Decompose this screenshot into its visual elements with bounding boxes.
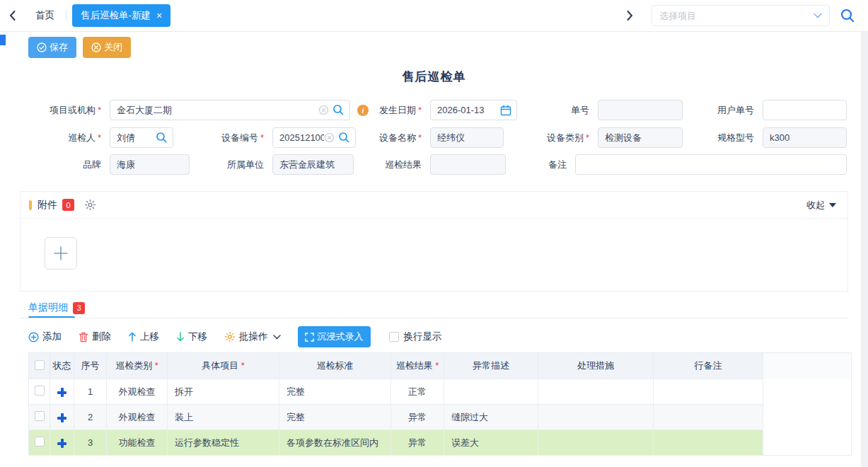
clear-icon[interactable] [324, 132, 335, 143]
date-input[interactable] [437, 105, 497, 115]
save-button[interactable]: 保存 [28, 37, 76, 58]
row-checkbox[interactable] [35, 411, 45, 421]
spec-model-label: 规格型号 [693, 132, 763, 144]
global-search-icon[interactable] [840, 8, 855, 23]
cell-standard[interactable]: 各项参数在标准区间内 [279, 430, 391, 456]
chevron-down-icon[interactable] [814, 13, 822, 18]
vertical-scrollbar[interactable] [861, 32, 868, 467]
search-icon[interactable] [332, 104, 345, 116]
project-select[interactable] [652, 5, 830, 26]
cell-result[interactable]: 正常 [391, 379, 444, 405]
cell-category[interactable]: 功能检查 [107, 430, 168, 456]
project-select-input[interactable] [659, 11, 814, 21]
cell-note[interactable] [654, 379, 763, 405]
cell-item[interactable]: 运行参数稳定性 [168, 430, 279, 456]
row-status-plus-icon[interactable] [57, 388, 66, 397]
tabs-back-icon[interactable] [0, 11, 24, 21]
project-input[interactable] [117, 105, 313, 115]
collapse-toggle[interactable]: 收起 [806, 199, 836, 212]
cell-abnormal[interactable] [444, 379, 538, 405]
clear-icon[interactable] [318, 105, 329, 115]
tab-detail-lines[interactable]: 单据明细 3 [28, 301, 85, 314]
device-name-input [437, 132, 497, 143]
inspector-field[interactable] [110, 127, 173, 148]
col-result: 巡检结果 [391, 353, 444, 379]
batch-actions-button[interactable]: 批操作 [224, 330, 281, 343]
plus-icon [53, 246, 69, 261]
inspect-result-input [437, 159, 499, 170]
search-icon[interactable] [156, 132, 168, 144]
row-status-plus-icon[interactable] [57, 413, 66, 422]
upload-attachment-button[interactable] [45, 237, 77, 270]
tabs-forward-icon[interactable] [618, 11, 642, 21]
owner-unit-input [279, 159, 347, 170]
move-up-button[interactable]: 上移 [128, 330, 159, 343]
user-order-no-label: 用户单号 [693, 104, 763, 117]
inspector-input[interactable] [117, 132, 154, 143]
date-field[interactable] [430, 100, 517, 120]
move-down-label: 下移 [188, 330, 207, 343]
chevron-down-icon [273, 335, 281, 340]
delete-row-button[interactable]: 删除 [79, 330, 111, 343]
owner-unit-field [272, 154, 354, 175]
search-icon[interactable] [338, 132, 350, 144]
cell-seq: 1 [74, 379, 107, 405]
cell-result[interactable]: 异常 [391, 430, 444, 456]
remark-label: 备注 [523, 158, 575, 171]
detail-count-badge: 3 [73, 302, 85, 314]
select-all-cell [29, 353, 50, 379]
wrap-checkbox[interactable] [389, 332, 399, 342]
user-order-no-field[interactable] [763, 100, 847, 120]
cell-item[interactable]: 拆开 [168, 379, 279, 405]
cell-standard[interactable]: 完整 [279, 379, 391, 405]
device-type-field [598, 127, 683, 148]
cell-note[interactable] [654, 430, 763, 456]
cell-abnormal[interactable]: 误差大 [444, 430, 538, 456]
close-button[interactable]: 关闭 [83, 37, 131, 58]
col-note: 行备注 [654, 353, 763, 379]
device-no-input[interactable] [279, 132, 324, 143]
inspect-result-label: 巡检结果 [350, 158, 430, 171]
remark-field[interactable] [575, 154, 847, 175]
attachment-header: 附件 0 收起 [21, 192, 847, 219]
cell-result[interactable]: 异常 [391, 405, 444, 430]
select-all-checkbox[interactable] [35, 360, 45, 370]
cell-standard[interactable]: 完整 [279, 405, 391, 430]
row-checkbox[interactable] [35, 437, 45, 446]
order-no-label: 单号 [522, 104, 598, 117]
device-name-label: 设备名称 [350, 132, 430, 144]
device-no-label: 设备编号 [197, 132, 272, 144]
cell-category[interactable]: 外观检查 [107, 405, 168, 430]
tab-close-icon[interactable]: × [156, 11, 162, 21]
spec-model-input [770, 132, 840, 143]
remark-input[interactable] [582, 159, 840, 170]
cell-item[interactable]: 装上 [168, 405, 279, 430]
calendar-icon[interactable] [500, 105, 511, 116]
tab-home[interactable]: 首页 [24, 9, 66, 22]
row-status-plus-icon[interactable] [57, 439, 66, 448]
row-checkbox[interactable] [35, 386, 45, 396]
project-field[interactable] [110, 100, 350, 120]
tab-inspection-form-new[interactable]: 售后巡检单-新建 × [72, 4, 170, 27]
add-row-button[interactable]: 添加 [28, 330, 62, 343]
inspector-label: 巡检人 [14, 132, 110, 144]
gear-icon[interactable] [84, 199, 96, 211]
cell-measure[interactable] [538, 379, 654, 405]
move-down-button[interactable]: 下移 [176, 330, 207, 343]
wrap-display-toggle[interactable]: 换行显示 [389, 330, 442, 343]
cell-measure[interactable] [538, 405, 654, 430]
owner-unit-label: 所属单位 [197, 158, 272, 171]
date-label: 发生日期 [359, 104, 430, 117]
gear-icon [224, 331, 236, 342]
device-no-field[interactable] [272, 127, 356, 148]
cell-category[interactable]: 外观检查 [107, 379, 168, 405]
batch-actions-label: 批操作 [239, 330, 268, 343]
cell-note[interactable] [654, 405, 763, 430]
delete-row-label: 删除 [92, 330, 111, 343]
section-marker [29, 200, 32, 210]
table-row-selected: 3 功能检查 运行参数稳定性 各项参数在标准区间内 异常 误差大 [29, 430, 852, 456]
cell-measure[interactable] [538, 430, 654, 456]
cell-abnormal[interactable]: 缝隙过大 [444, 405, 538, 430]
immersive-entry-button[interactable]: 沉浸式录入 [298, 326, 371, 347]
user-order-no-input[interactable] [770, 105, 840, 115]
